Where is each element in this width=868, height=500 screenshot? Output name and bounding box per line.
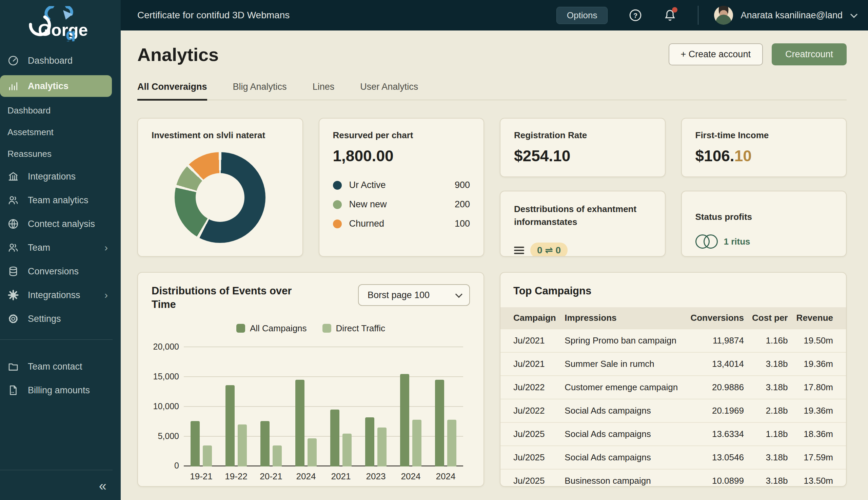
- sidebar-footer-nav: Team contactBilling amounts: [0, 349, 121, 402]
- table-cell: Ju/2021: [500, 352, 561, 376]
- table-cell: Social Ads campaigns: [561, 399, 685, 422]
- bar-group-2024: [289, 347, 323, 466]
- table-row[interactable]: Ju/2022Customer emenge campaign20.98863.…: [500, 376, 846, 399]
- legend-value: 900: [455, 180, 470, 190]
- card-label: Status profits: [695, 212, 833, 222]
- table-row[interactable]: Ju/2021Summer Sale in rumch13,40143.18b1…: [500, 352, 846, 376]
- table-cell: Ju/2022: [500, 399, 561, 422]
- divider: [0, 470, 113, 470]
- options-button[interactable]: Options: [556, 7, 608, 24]
- table-row[interactable]: Ju/2025Social Ads campaigns13.63341.18b1…: [500, 422, 846, 446]
- sidebar-item-label: Team contact: [28, 362, 82, 372]
- sidebar-item-integrationss[interactable]: Integrationss›: [0, 283, 121, 307]
- chevron-right-icon: ›: [104, 242, 108, 253]
- legend-label: Churned: [349, 218, 385, 229]
- folder-icon: [8, 361, 19, 372]
- user-avatar[interactable]: [714, 6, 733, 25]
- card-label: Investiment on slvli naterat: [152, 130, 289, 140]
- divider: [0, 339, 113, 340]
- legend-value: 200: [455, 199, 470, 210]
- sidebar-item-billing-amounts[interactable]: Billing amounts: [0, 378, 121, 402]
- user-menu-chevron-icon[interactable]: [850, 11, 857, 18]
- bar: [400, 374, 409, 466]
- bar-chart-plot: 05,00010,00015,00020,000: [184, 347, 463, 466]
- column-header-cost-per: Cost per: [747, 307, 791, 329]
- tabs-bar: All ConveraignsBlig AnalyticsLinesUser A…: [137, 82, 847, 100]
- notifications-bell-icon[interactable]: [663, 9, 677, 22]
- x-tick-label: 2021: [323, 471, 358, 482]
- table-header: CampaignImpressionsConversionsCost perRe…: [500, 307, 846, 329]
- bar: [412, 420, 421, 466]
- table-row[interactable]: Ju/2025Social Ads campaigns13.05463.18b1…: [500, 446, 846, 469]
- sidebar-item-reassunes[interactable]: Reassunes: [0, 143, 121, 164]
- bar: [238, 424, 247, 466]
- tab-lines[interactable]: Lines: [313, 82, 335, 101]
- sidebar-item-team-contact[interactable]: Team contact: [0, 355, 121, 378]
- x-tick-label: 20-21: [254, 471, 289, 482]
- x-tick-label: 19-21: [184, 471, 219, 482]
- legend-item: Direct Traffic: [322, 323, 385, 334]
- sidebar-item-dashboard[interactable]: Dashboard: [0, 100, 121, 121]
- sidebar-item-team-analytics[interactable]: Team analytics: [0, 188, 121, 212]
- database-icon: [8, 265, 19, 277]
- sidebar-collapse-icon[interactable]: «: [99, 479, 107, 492]
- table-cell: Spring Promo ban campaign: [561, 329, 685, 352]
- table-row[interactable]: Ju/2025Businesson campaign10.08993.18b13…: [500, 469, 846, 487]
- table-row[interactable]: Ju/2021Spring Promo ban campaign11,98741…: [500, 329, 846, 352]
- column-header-impressions: Impressions: [561, 307, 685, 329]
- table-cell: Social Ads campaigns: [561, 446, 685, 469]
- create-account-button[interactable]: + Create account: [669, 43, 763, 65]
- investiment-donut-card: Investiment on slvli naterat: [137, 118, 303, 257]
- sidebar-item-label: Team: [28, 242, 50, 253]
- svg-text:?: ?: [633, 12, 637, 19]
- card-value: $106.10: [695, 147, 833, 165]
- table-cell: 1.18b: [747, 422, 791, 446]
- globe-icon: [8, 218, 19, 230]
- zero-to-zero-badge: 0 ⇌ 0: [530, 242, 568, 257]
- sidebar-item-analytics[interactable]: Analytics: [0, 75, 112, 97]
- sidebar-item-label: Conversions: [28, 266, 79, 277]
- tab-user-analytics[interactable]: User Analytics: [360, 82, 418, 101]
- chart-title: Distributions of Events over Time: [152, 284, 297, 312]
- table-cell: 19.50m: [791, 329, 846, 352]
- table-cell: 19.36m: [791, 399, 846, 422]
- status-text: 1 ritus: [724, 237, 750, 247]
- sidebar-item-label: Dashboard: [28, 56, 73, 66]
- sidebar-item-integrations[interactable]: Integrations: [0, 164, 121, 188]
- sidebar-item-assetsment[interactable]: Assetsment: [0, 121, 121, 143]
- page-size-select[interactable]: Borst page 100: [358, 284, 470, 306]
- x-tick-label: 2024: [428, 471, 463, 482]
- creatrcount-button[interactable]: Creatrcount: [772, 43, 847, 65]
- sidebar-item-label: Settings: [28, 314, 61, 324]
- table-cell: 13.6334: [685, 422, 747, 446]
- table-cell: 18.36m: [791, 422, 846, 446]
- bar: [191, 421, 200, 466]
- legend-swatch: [236, 324, 245, 333]
- tab-blig-analytics[interactable]: Blig Analytics: [233, 82, 287, 101]
- x-tick-label: 2024: [289, 471, 323, 482]
- gear-filled-icon: [8, 289, 19, 301]
- sidebar-item-conversions[interactable]: Conversions: [0, 260, 121, 283]
- table-cell: 20.1969: [685, 399, 747, 422]
- bar-group-2021: [323, 347, 358, 466]
- table-cell: Ju/2021: [500, 329, 561, 352]
- table-row[interactable]: Ju/2022Social Ads campaigns20.19692.18b1…: [500, 399, 846, 422]
- sidebar-item-label: Assetsment: [8, 127, 54, 137]
- table-cell: 2.18b: [747, 399, 791, 422]
- sidebar-item-label: Integrations: [28, 171, 76, 182]
- tab-all-converaigns[interactable]: All Converaigns: [137, 82, 207, 101]
- sidebar-item-settings[interactable]: Settings: [0, 307, 121, 331]
- sidebar-item-team[interactable]: Team›: [0, 236, 121, 260]
- card-value-accent: 10: [734, 147, 752, 164]
- table-cell: Social Ads campaigns: [561, 422, 685, 446]
- sidebar-item-contect-analysis[interactable]: Contect analysis: [0, 212, 121, 236]
- help-icon[interactable]: ?: [628, 9, 642, 22]
- sidebar-item-dashboard[interactable]: Dashboard: [0, 49, 121, 72]
- bar: [343, 434, 352, 466]
- first-time-income-card: First-time Income $106.10: [681, 118, 847, 177]
- toggle-icon[interactable]: [695, 235, 718, 249]
- table-cell: 3.18b: [747, 446, 791, 469]
- user-name: Anarata ksanilinae@land: [741, 10, 843, 21]
- table-cell: Customer emenge campaign: [561, 376, 685, 399]
- brand-logo[interactable]: Gorge g: [0, 0, 121, 43]
